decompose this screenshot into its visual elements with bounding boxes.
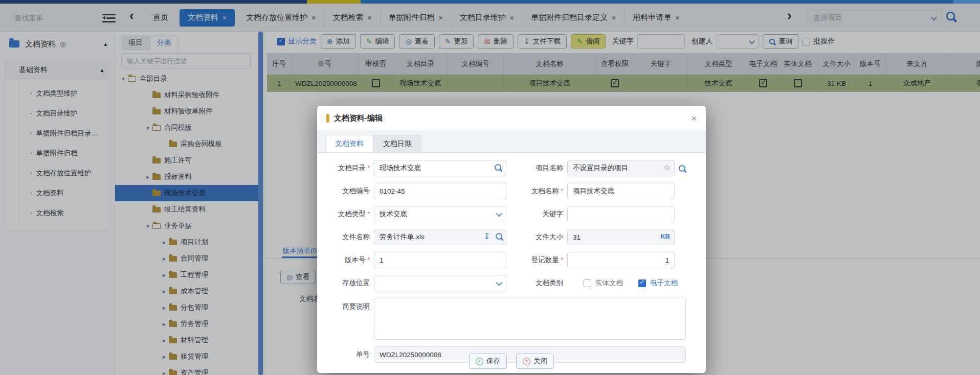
field-label: 存放位置* <box>317 278 370 288</box>
field-label: 文档名称* <box>511 186 563 196</box>
doc-code-input[interactable] <box>374 183 506 199</box>
modal-footer: ✓ 保存 × 关闭 <box>317 349 706 373</box>
modal-tab[interactable]: 文档日期 <box>373 135 421 152</box>
modal-form: 文档目录* 项目名称* ⊙ 文档编号* 文档名称* <box>317 153 706 363</box>
doc-name-input[interactable] <box>567 183 675 199</box>
register-qty-input[interactable] <box>567 252 675 268</box>
electronic-doc-label: 电子文档 <box>650 278 678 288</box>
save-button-label: 保存 <box>486 357 500 366</box>
file-size-input[interactable] <box>567 229 675 245</box>
version-input[interactable] <box>374 252 506 268</box>
field-label: 文档目录* <box>317 163 370 173</box>
edit-document-modal: 文档资料-编辑 文档资料 文档日期 文档目录* 项 <box>317 106 706 373</box>
physical-doc-checkbox[interactable] <box>584 279 591 287</box>
field-label: 简要说明 <box>317 298 370 311</box>
modal-header: 文档资料-编辑 <box>317 106 706 130</box>
modal-tab-label: 文档日期 <box>383 139 412 149</box>
search-icon[interactable] <box>679 165 685 172</box>
app-screen: ‹ 首页 文档资料 文档存放位置维护 文档检索 <box>0 0 980 375</box>
download-icon[interactable] <box>483 232 490 241</box>
electronic-doc-checkbox[interactable] <box>638 279 646 287</box>
field-label: 关键字* <box>511 209 563 219</box>
summary-textarea[interactable] <box>374 298 686 340</box>
title-flag-icon <box>326 114 329 123</box>
keyword-input[interactable] <box>567 206 675 222</box>
modal-title: 文档资料-编辑 <box>334 113 383 123</box>
field-label: 文件名称* <box>317 232 370 242</box>
modal-tab-label: 文档资料 <box>335 139 364 149</box>
save-button[interactable]: ✓ 保存 <box>469 354 507 369</box>
modal-tab[interactable]: 文档资料 <box>325 135 373 152</box>
search-icon[interactable] <box>496 233 502 240</box>
close-button-label: 关闭 <box>533 357 547 366</box>
chevron-down-icon <box>496 212 501 217</box>
doc-type-select[interactable] <box>374 206 506 222</box>
close-button[interactable]: × 关闭 <box>516 354 554 369</box>
project-name-input[interactable] <box>567 160 675 176</box>
doc-catalog-input[interactable] <box>374 160 506 176</box>
field-label: 项目名称* <box>511 163 563 173</box>
field-label: 文档编号* <box>317 186 370 196</box>
chevron-down-icon <box>496 281 501 286</box>
physical-doc-label: 实体文档 <box>595 278 623 288</box>
check-circle-icon: ✓ <box>476 358 483 365</box>
modal-tabs: 文档资料 文档日期 <box>317 130 706 153</box>
field-label: 登记数量* <box>511 255 563 265</box>
field-label: 文件大小* <box>511 232 563 242</box>
clear-icon[interactable]: ⊙ <box>664 163 670 172</box>
field-label: 版本号* <box>317 255 370 265</box>
field-label: 文档类型* <box>317 209 370 219</box>
location-select[interactable] <box>374 275 506 291</box>
search-icon[interactable] <box>495 164 501 171</box>
field-label: 文档类别 <box>511 278 563 288</box>
x-circle-icon: × <box>523 358 530 365</box>
file-size-unit: KB <box>660 232 670 240</box>
close-icon[interactable] <box>691 113 697 123</box>
